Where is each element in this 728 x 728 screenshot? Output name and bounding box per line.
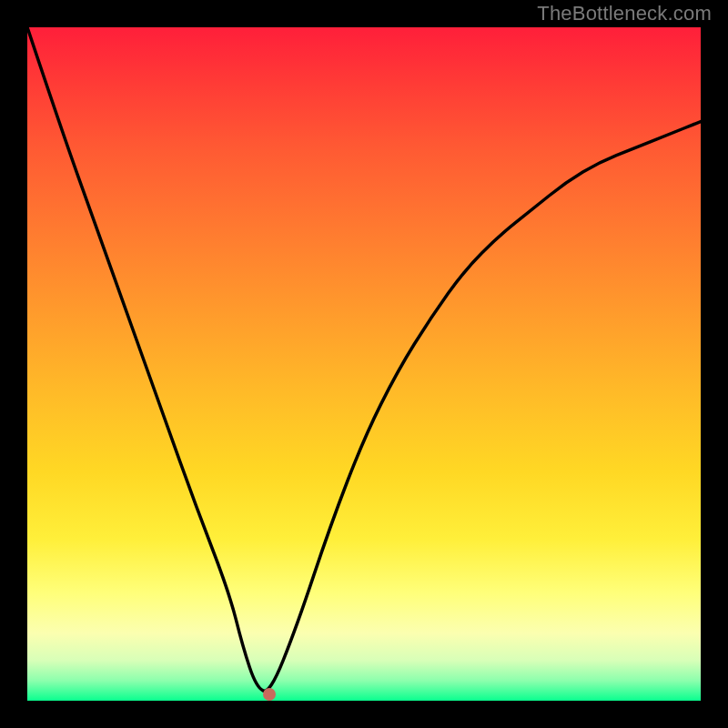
- bottleneck-curve: [27, 27, 701, 701]
- plot-area: [27, 27, 701, 701]
- optimal-point-marker: [263, 688, 276, 701]
- chart-container: TheBottleneck.com: [0, 0, 728, 728]
- watermark-text: TheBottleneck.com: [537, 2, 712, 25]
